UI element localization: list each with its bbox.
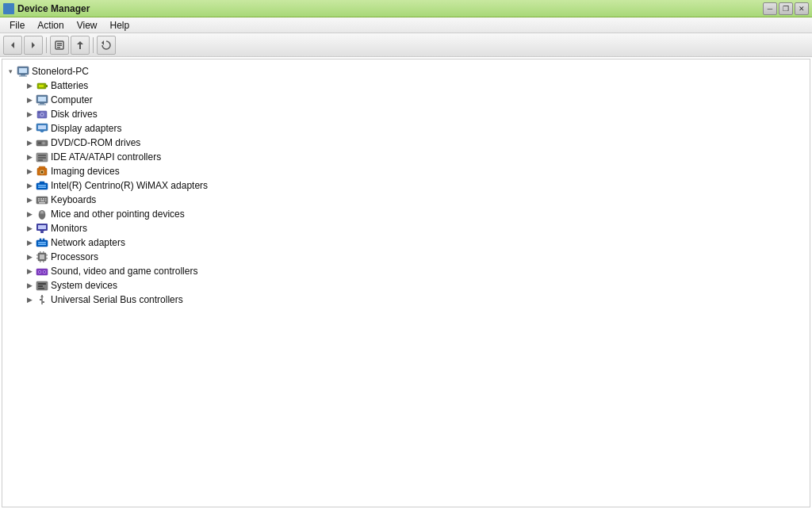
svg-rect-68: [46, 254, 48, 256]
tree-item-intel-wimax[interactable]: ▶ Intel(R) Centrino(R) WiMAX adapters: [18, 178, 810, 193]
svg-rect-69: [46, 258, 48, 259]
mice-expand-icon[interactable]: ▶: [25, 209, 34, 219]
sound-label: Sound, video and game controllers: [51, 266, 197, 277]
svg-rect-47: [38, 201, 40, 202]
svg-rect-32: [38, 157, 46, 159]
tree-item-network[interactable]: ▶ Network adapters: [18, 235, 810, 250]
toolbar: [0, 33, 812, 57]
svg-rect-66: [36, 254, 38, 256]
svg-rect-18: [38, 105, 46, 105]
tree-item-computer[interactable]: ▶ Computer: [18, 93, 810, 107]
main-content: ▾ Stonelord-PC ▶: [0, 57, 812, 509]
sound-expand-icon[interactable]: ▶: [25, 266, 34, 276]
tree-item-dvd[interactable]: ▶ DVD/CD-ROM drives: [18, 136, 810, 150]
svg-marker-25: [40, 131, 44, 132]
svg-rect-40: [38, 185, 46, 186]
dvd-expand-icon[interactable]: ▶: [25, 138, 34, 147]
properties-button[interactable]: [50, 36, 69, 55]
mice-icon: [36, 208, 48, 220]
ide-expand-icon[interactable]: ▶: [25, 152, 34, 162]
close-button[interactable]: ✕: [795, 2, 809, 15]
svg-rect-81: [38, 285, 43, 287]
tree-item-display-adapters[interactable]: ▶ Display adapters: [18, 121, 810, 136]
svg-rect-60: [38, 242, 46, 243]
svg-rect-82: [38, 288, 44, 289]
svg-marker-7: [102, 40, 104, 45]
menu-help[interactable]: Help: [104, 18, 136, 33]
ide-icon: [36, 151, 48, 163]
sound-icon: [36, 265, 48, 277]
svg-rect-35: [39, 166, 45, 169]
toolbar-separator-2: [93, 37, 94, 53]
tree-item-mice[interactable]: ▶ Mice and other pointing devices: [18, 207, 810, 221]
restore-button[interactable]: ❐: [779, 2, 793, 15]
menu-file[interactable]: File: [3, 18, 31, 33]
system-label: System devices: [51, 280, 117, 291]
tree-item-usb[interactable]: ▶ Universal Serial Bus controllers: [18, 293, 810, 307]
wimax-label: Intel(R) Centrino(R) WiMAX adapters: [51, 180, 208, 191]
tree-item-sound[interactable]: ▶ Sound, video and game controllers: [18, 264, 810, 278]
network-expand-icon[interactable]: ▶: [25, 238, 34, 247]
device-tree-panel[interactable]: ▾ Stonelord-PC ▶: [2, 59, 810, 507]
monitors-icon: [36, 222, 48, 235]
scan-button[interactable]: [97, 36, 116, 55]
keyboards-label: Keyboards: [51, 194, 96, 205]
svg-marker-84: [40, 295, 44, 297]
system-icon: [36, 279, 48, 292]
tree-item-system[interactable]: ▶ System devices: [18, 278, 810, 293]
svg-rect-72: [40, 261, 41, 262]
tree-item-batteries[interactable]: ▶ Batteries: [18, 78, 810, 93]
svg-rect-24: [38, 125, 46, 129]
processors-expand-icon[interactable]: ▶: [25, 252, 34, 262]
menu-action[interactable]: Action: [31, 18, 70, 33]
usb-expand-icon[interactable]: ▶: [25, 295, 34, 304]
network-adapters-label: Network adapters: [51, 237, 125, 248]
display-expand-icon[interactable]: ▶: [25, 124, 34, 133]
tree-item-monitors[interactable]: ▶ Monitors: [18, 221, 810, 235]
dvd-label: DVD/CD-ROM drives: [51, 137, 140, 148]
tree-item-ide[interactable]: ▶ IDE ATA/ATAPI controllers: [18, 150, 810, 164]
root-expand-icon[interactable]: ▾: [6, 67, 15, 76]
wimax-expand-icon[interactable]: ▶: [25, 181, 34, 190]
svg-rect-71: [43, 251, 44, 253]
network-icon: [36, 236, 48, 249]
svg-rect-44: [40, 198, 42, 200]
menu-bar: File Action View Help: [0, 17, 812, 33]
tree-item-keyboards[interactable]: ▶ Keybo: [18, 193, 810, 207]
imaging-expand-icon[interactable]: ▶: [25, 166, 34, 176]
svg-point-21: [41, 114, 43, 116]
dvd-icon: [36, 136, 48, 149]
system-expand-icon[interactable]: ▶: [25, 281, 34, 290]
tree-item-processors[interactable]: ▶: [18, 250, 810, 264]
svg-point-37: [41, 171, 44, 174]
svg-rect-17: [40, 103, 44, 105]
svg-rect-62: [40, 239, 41, 241]
svg-rect-58: [40, 232, 44, 233]
computer-expand-icon[interactable]: ▶: [25, 95, 34, 105]
root-label: Stonelord-PC: [32, 66, 89, 77]
svg-point-76: [39, 271, 40, 273]
menu-view[interactable]: View: [71, 18, 104, 33]
minimize-button[interactable]: ─: [763, 2, 777, 15]
disk-icon: [36, 108, 48, 121]
update-driver-button[interactable]: [71, 36, 90, 55]
back-button[interactable]: [3, 36, 22, 55]
title-bar-controls: ─ ❐ ✕: [763, 2, 809, 15]
keyboards-expand-icon[interactable]: ▶: [25, 195, 34, 205]
svg-rect-56: [38, 225, 46, 229]
batteries-expand-icon[interactable]: ▶: [25, 81, 34, 90]
ide-label: IDE ATA/ATAPI controllers: [51, 151, 161, 163]
monitors-expand-icon[interactable]: ▶: [25, 224, 34, 233]
svg-rect-46: [45, 198, 47, 200]
svg-rect-49: [45, 201, 47, 202]
disk-expand-icon[interactable]: ▶: [25, 109, 34, 119]
svg-rect-13: [46, 85, 48, 87]
tree-root-item[interactable]: ▾ Stonelord-PC: [2, 64, 810, 78]
tree-item-disk-drives[interactable]: ▶ Disk drives: [18, 107, 810, 121]
title-bar: Device Manager ─ ❐ ✕: [0, 0, 812, 17]
svg-rect-59: [36, 240, 48, 247]
category-list: ▶ Batteries ▶: [2, 78, 810, 307]
svg-marker-57: [40, 231, 44, 232]
tree-item-imaging[interactable]: ▶ Imaging devices: [18, 164, 810, 178]
forward-button[interactable]: [24, 36, 43, 55]
